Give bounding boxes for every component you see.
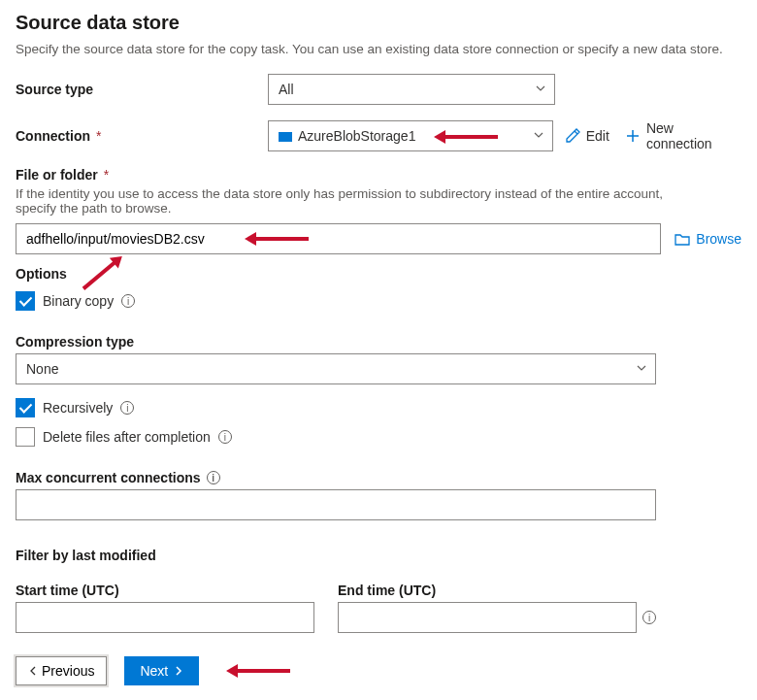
max-concurrent-input[interactable] <box>16 489 656 520</box>
delete-after-checkbox[interactable] <box>16 427 35 447</box>
chevron-down-icon <box>535 82 546 97</box>
previous-label: Previous <box>42 663 94 679</box>
previous-button[interactable]: Previous <box>16 656 107 685</box>
info-icon[interactable]: i <box>120 401 134 415</box>
next-button[interactable]: Next <box>124 656 199 685</box>
new-connection-button[interactable]: New connection <box>625 120 741 151</box>
connection-select[interactable]: AzureBlobStorage1 <box>268 120 553 151</box>
chevron-right-icon <box>174 666 183 676</box>
options-heading: Options <box>16 266 741 282</box>
filter-heading: Filter by last modified <box>16 548 741 563</box>
highlight-arrow-icon <box>224 661 292 681</box>
start-time-input[interactable] <box>16 602 314 633</box>
file-or-folder-hint: If the identity you use to access the da… <box>16 186 695 216</box>
source-type-label: Source type <box>16 82 268 97</box>
info-icon[interactable]: i <box>207 471 220 484</box>
chevron-left-icon <box>28 666 38 676</box>
end-time-input[interactable] <box>338 602 637 633</box>
binary-copy-label: Binary copy <box>43 293 114 309</box>
chevron-down-icon <box>533 128 544 144</box>
info-icon[interactable]: i <box>218 430 232 444</box>
compression-type-select[interactable]: None <box>16 353 656 384</box>
connection-label: Connection <box>16 128 90 144</box>
compression-type-label: Compression type <box>16 334 741 350</box>
source-type-select[interactable]: All <box>268 74 555 105</box>
max-concurrent-label: Max concurrent connections <box>16 470 201 485</box>
compression-type-value: None <box>26 361 58 377</box>
highlight-arrow-icon <box>432 127 500 147</box>
svg-marker-1 <box>434 130 445 144</box>
required-asterisk: * <box>96 128 101 144</box>
source-type-value: All <box>279 82 294 97</box>
pencil-icon <box>565 128 580 144</box>
file-or-folder-label: File or folder <box>16 167 98 183</box>
connection-value: AzureBlobStorage1 <box>298 128 415 144</box>
recursively-label: Recursively <box>43 400 113 416</box>
next-label: Next <box>140 663 168 679</box>
start-time-label: Start time (UTC) <box>16 583 314 598</box>
end-time-label: End time (UTC) <box>338 583 656 598</box>
info-icon[interactable]: i <box>121 294 135 308</box>
required-asterisk: * <box>104 167 109 183</box>
svg-marker-7 <box>226 664 238 678</box>
binary-copy-checkbox[interactable] <box>16 291 35 311</box>
edit-label: Edit <box>586 128 609 144</box>
page-description: Specify the source data store for the co… <box>16 42 741 56</box>
page-title: Source data store <box>16 12 741 34</box>
delete-after-label: Delete files after completion <box>43 429 211 445</box>
recursively-checkbox[interactable] <box>16 398 35 417</box>
plus-icon <box>625 128 641 144</box>
file-or-folder-input[interactable] <box>16 223 661 254</box>
edit-connection-button[interactable]: Edit <box>565 128 609 144</box>
chevron-down-icon <box>636 361 647 377</box>
folder-icon <box>675 232 690 246</box>
new-connection-label: New connection <box>646 120 741 151</box>
azure-blob-icon <box>279 132 292 142</box>
browse-label: Browse <box>696 231 741 247</box>
info-icon[interactable]: i <box>642 611 656 624</box>
browse-button[interactable]: Browse <box>675 231 741 247</box>
